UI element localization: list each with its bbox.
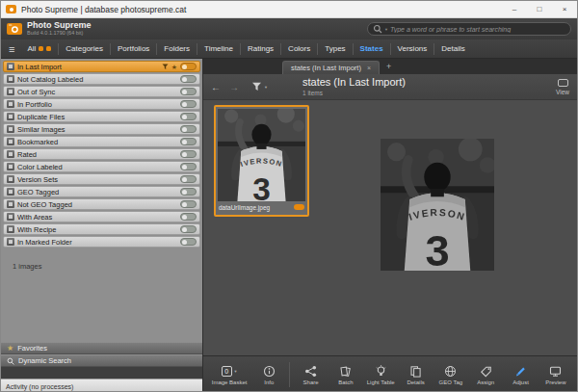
- state-icon: [7, 238, 14, 246]
- view-button[interactable]: View: [556, 79, 569, 95]
- close-button[interactable]: ×: [552, 1, 577, 17]
- state-label: Not GEO Tagged: [17, 200, 177, 209]
- back-arrow-icon[interactable]: ←: [211, 82, 221, 92]
- thumbnail-canvas: dataUrlImage.jpeg: [203, 100, 577, 355]
- sidebar-item-duplicate-files[interactable]: Duplicate Files: [3, 111, 200, 122]
- info-button[interactable]: Info: [251, 364, 286, 385]
- sidebar-item-geo-tagged[interactable]: GEO Tagged: [3, 186, 200, 197]
- sidebar-item-not-catalog-labeled[interactable]: Not Catalog Labeled: [3, 73, 200, 85]
- state-toggle[interactable]: [180, 225, 197, 233]
- state-icon: [7, 100, 14, 108]
- search-box[interactable]: ▼: [367, 22, 571, 36]
- nav-tab-folders[interactable]: Folders: [156, 43, 197, 55]
- state-toggle[interactable]: [180, 113, 197, 120]
- sidebar-item-with-areas[interactable]: With Areas: [3, 211, 200, 222]
- state-toggle[interactable]: [180, 188, 197, 196]
- assign-button[interactable]: Assign: [468, 364, 503, 385]
- tag-icon: [480, 365, 492, 378]
- share-button[interactable]: Share: [293, 364, 328, 385]
- state-toggle[interactable]: [180, 63, 197, 70]
- app-icon: [6, 5, 16, 13]
- menu-icon[interactable]: ≡: [9, 43, 14, 55]
- add-tab-button[interactable]: +: [386, 62, 391, 71]
- favorites-section-header[interactable]: ★ Favorites: [1, 342, 202, 354]
- minimize-button[interactable]: –: [502, 1, 527, 17]
- state-toggle[interactable]: [180, 88, 197, 95]
- nav-tab-colors[interactable]: Colors: [280, 43, 317, 55]
- sidebar-item-color-labeled[interactable]: Color Labeled: [3, 161, 200, 172]
- preview-label: Preview: [545, 379, 565, 385]
- state-toggle[interactable]: [180, 75, 197, 83]
- state-toggle[interactable]: [180, 150, 197, 158]
- nav-tab-versions[interactable]: Versions: [390, 43, 434, 55]
- filter-button[interactable]: ▼: [251, 82, 268, 91]
- sidebar: In Last Import ★ Not Catalog Labeled Out…: [1, 59, 203, 392]
- state-toggle[interactable]: [180, 138, 197, 145]
- sidebar-item-in-marked-folder[interactable]: In Marked Folder: [3, 236, 200, 248]
- main-panel: states (In Last Import) × + ← → ▼ states…: [203, 59, 577, 392]
- maximize-button[interactable]: □: [527, 1, 552, 17]
- sidebar-item-not-geo-tagged[interactable]: Not GEO Tagged: [3, 198, 200, 210]
- nav-tab-types[interactable]: Types: [317, 43, 352, 55]
- search-scope-caret-icon[interactable]: ▼: [384, 27, 388, 32]
- collection-tab[interactable]: states (In Last Import) ×: [282, 61, 380, 74]
- sidebar-item-with-recipe[interactable]: With Recipe: [3, 223, 200, 235]
- sidebar-item-out-of-sync[interactable]: Out of Sync: [3, 86, 200, 97]
- light-table-button[interactable]: Light Table: [363, 364, 398, 385]
- view-frame-icon: [558, 79, 568, 87]
- image-basket-button[interactable]: 0 ▼ Image Basket: [207, 364, 251, 385]
- state-toggle[interactable]: [180, 100, 197, 108]
- geo-tag-button[interactable]: GEO Tag: [434, 364, 468, 385]
- nav-tab-all-label: All: [27, 44, 36, 53]
- state-label: Color Labeled: [17, 163, 177, 171]
- nav-tab-states[interactable]: States: [353, 43, 390, 55]
- collection-tab-label: states (In Last Import): [291, 64, 361, 72]
- adjust-button[interactable]: Adjust: [503, 364, 538, 385]
- state-toggle[interactable]: [180, 175, 197, 183]
- state-icon: [7, 63, 14, 70]
- tab-close-icon[interactable]: ×: [367, 65, 371, 71]
- sidebar-item-version-sets[interactable]: Version Sets: [3, 173, 200, 185]
- preview-photo[interactable]: [381, 139, 494, 271]
- state-toggle[interactable]: [180, 163, 197, 170]
- search-input[interactable]: [390, 26, 565, 33]
- batch-button[interactable]: Batch: [328, 364, 363, 385]
- state-icon: [7, 138, 14, 145]
- sidebar-item-in-last-import[interactable]: In Last Import ★: [3, 61, 200, 72]
- state-label: Bookmarked: [17, 138, 177, 146]
- nav-tab-details[interactable]: Details: [434, 43, 471, 55]
- app-window: Photo Supreme | database photosupreme.ca…: [0, 0, 578, 392]
- main-nav: ≡ All Categories Portfolios Folders Time…: [1, 39, 577, 59]
- sidebar-item-bookmarked[interactable]: Bookmarked: [3, 136, 200, 147]
- sidebar-item-similar-images[interactable]: Similar Images: [3, 123, 200, 135]
- window-title: Photo Supreme | database photosupreme.ca…: [21, 5, 186, 14]
- chevron-down-icon[interactable]: ▼: [234, 369, 238, 374]
- nav-tab-all[interactable]: All: [20, 43, 58, 55]
- state-label: Version Sets: [17, 175, 177, 184]
- state-label: In Portfolio: [17, 100, 177, 109]
- forward-arrow-icon[interactable]: →: [229, 82, 239, 92]
- state-label: Rated: [17, 150, 177, 159]
- dynamic-search-section-header[interactable]: Dynamic Search: [1, 354, 202, 367]
- nav-tab-categories[interactable]: Categories: [58, 43, 110, 55]
- favorites-label: Favorites: [17, 344, 47, 353]
- state-toggle[interactable]: [180, 125, 197, 133]
- view-label: View: [556, 89, 569, 95]
- details-button[interactable]: Details: [398, 364, 433, 385]
- nav-tab-portfolios[interactable]: Portfolios: [110, 43, 156, 55]
- sidebar-item-in-portfolio[interactable]: In Portfolio: [3, 98, 200, 110]
- collection-title-block: states (In Last Import) 1 items: [302, 77, 406, 97]
- thumbnail-selected[interactable]: dataUrlImage.jpeg: [214, 105, 309, 217]
- image-basket-count-icon: 0: [222, 366, 232, 377]
- sidebar-item-rated[interactable]: Rated: [3, 148, 200, 160]
- state-toggle[interactable]: [180, 200, 197, 208]
- nav-tab-timeline[interactable]: Timeline: [197, 43, 240, 55]
- pages-icon: [409, 365, 422, 378]
- nav-tab-ratings[interactable]: Ratings: [240, 43, 280, 55]
- state-toggle[interactable]: [180, 213, 197, 221]
- all-count-badge: [46, 46, 51, 51]
- preview-button[interactable]: Preview: [539, 364, 573, 385]
- monitor-icon: [549, 365, 562, 378]
- state-toggle[interactable]: [180, 238, 197, 246]
- geo-tag-label: GEO Tag: [439, 379, 463, 385]
